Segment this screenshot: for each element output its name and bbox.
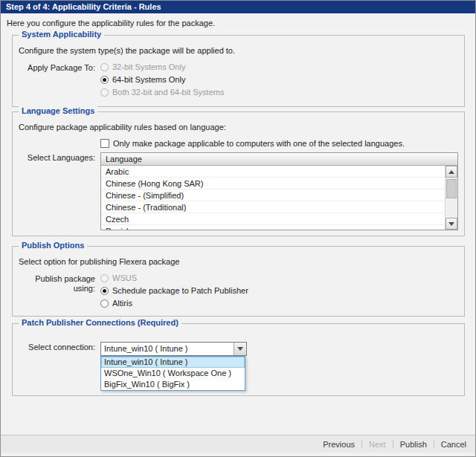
list-item[interactable]: Czech: [101, 213, 445, 225]
publish-options-legend: Publish Options: [19, 241, 87, 250]
radio-icon: [100, 63, 109, 71]
language-settings-description: Configure package applicability rules ba…: [19, 123, 458, 132]
radio-option-patch-publisher[interactable]: Schedule package to Patch Publisher: [100, 286, 248, 295]
radio-option-altiris[interactable]: Altiris: [100, 299, 248, 308]
language-settings-legend: Language Settings: [19, 106, 97, 115]
language-settings-group: Language Settings Configure package appl…: [12, 111, 465, 236]
list-item[interactable]: Arabic: [101, 166, 445, 178]
cancel-button[interactable]: Cancel: [441, 440, 466, 449]
radio-checked-icon: [100, 76, 109, 84]
radio-option-label: Both 32-bit and 64-bit Systems: [112, 88, 224, 97]
language-column-header[interactable]: Language: [101, 153, 457, 166]
wizard-title: Step 4 of 4: Applicability Criteria - Ru…: [1, 1, 475, 13]
radio-checked-icon: [100, 287, 109, 295]
next-button: Next: [369, 440, 386, 449]
button-separator: [434, 440, 434, 448]
scroll-up-icon[interactable]: [446, 166, 457, 178]
radio-option-wsus: WSUS: [100, 273, 248, 282]
system-applicability-legend: System Applicability: [19, 30, 104, 39]
wizard-window: Step 4 of 4: Applicability Criteria - Ru…: [0, 0, 476, 457]
publish-button[interactable]: Publish: [400, 440, 427, 449]
scroll-down-icon[interactable]: [446, 218, 457, 230]
scrollbar-thumb[interactable]: [446, 179, 457, 198]
dropdown-item-intune[interactable]: Intune_win10 ( Intune ): [101, 357, 245, 368]
button-separator: [393, 440, 393, 448]
select-connection-label: Select connection:: [19, 342, 100, 352]
publish-options-description: Select option for publishing Flexera pac…: [19, 257, 458, 266]
system-applicability-description: Configure the system type(s) the package…: [19, 46, 458, 55]
dropdown-item-bigfix[interactable]: BigFix_Win10 ( BigFix ): [101, 379, 245, 390]
radio-option-label: 32-bit Systems Only: [112, 62, 185, 71]
checkbox-icon[interactable]: [100, 139, 109, 148]
radio-option-64bit[interactable]: 64-bit Systems Only: [100, 75, 224, 84]
connection-combobox-value: Intune_win10 ( Intune ): [101, 343, 234, 355]
radio-icon: [100, 299, 109, 308]
connection-dropdown-list: Intune_win10 ( Intune ) WSOne_Win10 ( Wo…: [100, 356, 245, 391]
language-filter-checkbox-row[interactable]: Only make package applicable to computer…: [100, 139, 458, 148]
previous-button[interactable]: Previous: [323, 440, 355, 449]
list-item[interactable]: Chinese - (Traditional): [101, 201, 445, 213]
button-separator: [361, 440, 362, 448]
list-item[interactable]: Chinese - (Simplified): [101, 189, 445, 201]
radio-option-label: Schedule package to Patch Publisher: [112, 286, 248, 295]
apply-package-to-label: Apply Package To:: [19, 62, 100, 73]
radio-option-both: Both 32-bit and 64-bit Systems: [100, 88, 224, 97]
radio-option-label: WSUS: [112, 273, 137, 282]
publish-package-using-label: Publish package using:: [19, 273, 100, 294]
publish-options-group: Publish Options Select option for publis…: [12, 246, 465, 317]
footer-button-bar: Previous Next Publish Cancel: [1, 435, 475, 453]
dropdown-item-wsone[interactable]: WSOne_Win10 ( Workspace One ): [101, 368, 245, 379]
patch-publisher-connections-group: Patch Publisher Connections (Required) S…: [12, 323, 465, 396]
language-listbox[interactable]: Language Arabic Chinese (Hong Kong SAR) …: [100, 152, 458, 230]
system-applicability-group: System Applicability Configure the syste…: [12, 35, 465, 107]
list-item[interactable]: Danish: [101, 225, 445, 230]
patch-publisher-connections-legend: Patch Publisher Connections (Required): [19, 318, 181, 327]
radio-option-label: Altiris: [112, 299, 132, 308]
radio-icon: [100, 88, 109, 97]
radio-option-32bit: 32-bit Systems Only: [100, 62, 224, 71]
language-list-scrollbar[interactable]: [445, 166, 457, 230]
select-languages-label: Select Languages:: [19, 152, 100, 163]
language-filter-checkbox-label: Only make package applicable to computer…: [113, 139, 405, 148]
connection-combobox[interactable]: Intune_win10 ( Intune ): [100, 342, 247, 356]
radio-option-label: 64-bit Systems Only: [112, 75, 185, 84]
list-item[interactable]: Chinese (Hong Kong SAR): [101, 178, 445, 189]
radio-icon: [100, 274, 109, 282]
wizard-subtitle: Here you configure the applicability rul…: [7, 19, 215, 27]
chevron-down-icon[interactable]: [234, 343, 246, 355]
